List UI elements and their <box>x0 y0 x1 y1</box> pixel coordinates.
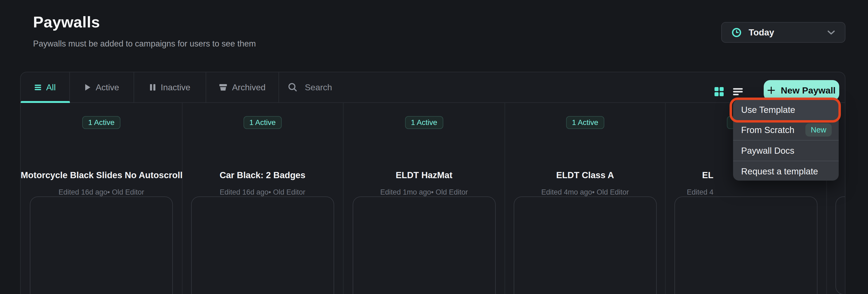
plus-icon <box>767 86 775 94</box>
new-paywall-menu: Use Template From Scratch New Paywall Do… <box>733 100 839 181</box>
paywalls-panel: All Active Inactive <box>20 72 845 294</box>
new-paywall-button[interactable]: New Paywall <box>764 80 839 100</box>
page-subtitle: Paywalls must be added to campaigns for … <box>33 39 256 48</box>
menu-item-label: Paywall Docs <box>741 146 794 156</box>
new-paywall-label: New Paywall <box>781 85 835 96</box>
pause-icon <box>150 84 156 91</box>
card-edited: Edited 16d ago• Old Editor <box>182 188 343 196</box>
tab-label: All <box>46 83 56 93</box>
tab-active[interactable]: Active <box>70 72 134 102</box>
archive-icon <box>219 84 227 91</box>
date-filter-dropdown[interactable]: Today <box>721 22 845 43</box>
active-tab-indicator <box>21 101 70 103</box>
card-title: ELDT Class A <box>505 170 665 180</box>
card-title: Motorcycle Black Slides No Autoscroll <box>21 170 182 180</box>
tab-label: Archived <box>232 83 266 93</box>
menu-item-paywall-docs[interactable]: Paywall Docs <box>733 140 839 161</box>
card-edited: Edited 4 <box>687 188 713 196</box>
tab-bar: All Active Inactive <box>21 72 845 103</box>
card-title: EL <box>702 170 713 180</box>
menu-item-use-template[interactable]: Use Template <box>733 100 839 120</box>
paywall-card[interactable]: 1 Active Car Black: 2 Badges Edited 16d … <box>182 103 343 294</box>
card-edited: Edited 16d ago• Old Editor <box>21 188 182 196</box>
tab-label: Active <box>96 83 119 93</box>
menu-item-from-scratch[interactable]: From Scratch New <box>733 120 839 140</box>
status-badge: 1 Active <box>82 116 120 129</box>
tab-archived[interactable]: Archived <box>206 72 279 102</box>
search-input[interactable] <box>305 83 493 93</box>
card-title: Car Black: 2 Badges <box>182 170 343 180</box>
menu-item-label: Use Template <box>741 105 795 115</box>
status-badge: 1 Active <box>405 116 443 129</box>
status-badge: 1 Active <box>566 116 604 129</box>
paywall-card[interactable]: 1 Active ELDT Class A Edited 4mo ago• Ol… <box>505 103 665 294</box>
play-icon <box>84 84 91 91</box>
menu-item-label: Request a template <box>741 166 818 176</box>
search-box[interactable] <box>279 72 521 102</box>
menu-item-label: From Scratch <box>741 125 794 135</box>
tab-inactive[interactable]: Inactive <box>134 72 206 102</box>
tab-label: Inactive <box>161 83 190 93</box>
paywall-card[interactable]: 1 Active ELDT HazMat Edited 1mo ago• Old… <box>344 103 504 294</box>
grid-view-icon[interactable] <box>714 87 724 97</box>
card-edited: Edited 4mo ago• Old Editor <box>505 188 665 196</box>
paywall-card[interactable]: 1 Active Motorcycle Black Slides No Auto… <box>21 103 182 294</box>
date-filter-label: Today <box>749 27 774 38</box>
paywall-preview[interactable] <box>191 196 334 294</box>
paywall-preview <box>835 196 845 294</box>
paywall-preview[interactable] <box>675 196 817 294</box>
menu-item-request-template[interactable]: Request a template <box>733 161 839 181</box>
chevron-down-icon <box>827 30 835 35</box>
list-view-icon[interactable] <box>733 87 743 97</box>
status-badge: 1 Active <box>243 116 281 129</box>
card-title: ELDT HazMat <box>344 170 504 180</box>
search-icon <box>288 82 298 93</box>
tab-all[interactable]: All <box>21 72 70 102</box>
paywall-preview[interactable] <box>514 196 657 294</box>
page-title: Paywalls <box>33 13 100 31</box>
list-lines-icon <box>34 84 41 91</box>
paywall-preview[interactable] <box>30 196 173 294</box>
new-badge: New <box>805 123 832 136</box>
card-edited: Edited 1mo ago• Old Editor <box>344 188 504 196</box>
clock-icon <box>732 27 742 38</box>
paywall-preview[interactable] <box>353 196 496 294</box>
